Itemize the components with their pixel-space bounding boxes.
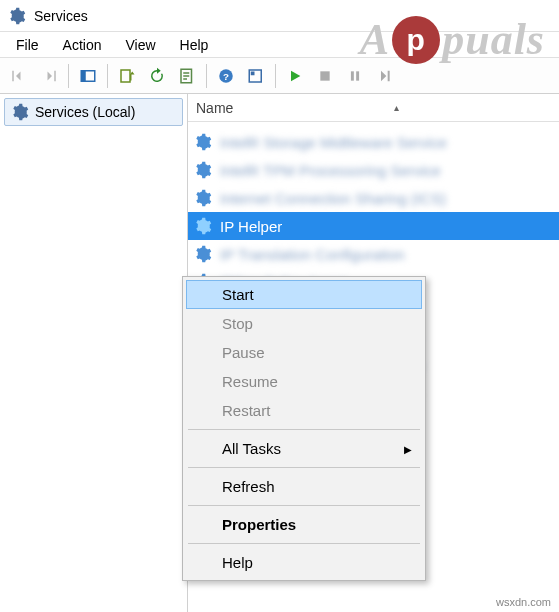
- service-icon: [194, 189, 212, 207]
- menu-help[interactable]: Help: [168, 35, 221, 55]
- list-item[interactable]: IntelR Storage Midtleware Service: [188, 128, 559, 156]
- list-item[interactable]: IntelR TPM Processoring Service: [188, 156, 559, 184]
- context-refresh[interactable]: Refresh: [186, 472, 422, 501]
- toolbar: ?: [0, 58, 559, 94]
- toolbar-separator: [107, 64, 108, 88]
- menu-file[interactable]: File: [4, 35, 51, 55]
- context-resume[interactable]: Resume: [186, 367, 422, 396]
- properties-button[interactable]: [173, 62, 201, 90]
- column-header-name[interactable]: Name ▴: [188, 94, 559, 122]
- svg-rect-3: [81, 70, 86, 81]
- context-pause[interactable]: Pause: [186, 338, 422, 367]
- context-separator: [188, 505, 420, 506]
- context-restart[interactable]: Restart: [186, 396, 422, 425]
- tree-panel: Services (Local): [0, 94, 188, 612]
- service-name: IP Translation Configuration: [220, 246, 405, 263]
- list-item[interactable]: IP Translation Configuration: [188, 240, 559, 268]
- svg-rect-0: [12, 70, 14, 81]
- context-all-tasks-label: All Tasks: [222, 440, 281, 457]
- toolbar-action-button[interactable]: [242, 62, 270, 90]
- service-name: IP Helper: [220, 218, 282, 235]
- source-watermark: wsxdn.com: [496, 596, 551, 608]
- tree-services-local[interactable]: Services (Local): [4, 98, 183, 126]
- back-button[interactable]: [5, 62, 33, 90]
- services-icon: [11, 103, 29, 121]
- title-bar: Services: [0, 0, 559, 32]
- service-name: IntelR Storage Midtleware Service: [220, 134, 447, 151]
- context-stop[interactable]: Stop: [186, 309, 422, 338]
- svg-rect-4: [121, 70, 130, 82]
- service-name: IntelR TPM Processoring Service: [220, 162, 441, 179]
- menu-bar: File Action View Help: [0, 32, 559, 58]
- service-name: Internet Connection Sharing (ICS): [220, 190, 446, 207]
- sort-indicator-icon: ▴: [233, 102, 559, 113]
- service-icon: [194, 133, 212, 151]
- start-service-button[interactable]: [281, 62, 309, 90]
- svg-rect-12: [251, 71, 255, 75]
- toolbar-separator: [275, 64, 276, 88]
- context-start[interactable]: Start: [186, 280, 422, 309]
- service-icon: [194, 245, 212, 263]
- svg-rect-13: [320, 71, 329, 80]
- menu-view[interactable]: View: [113, 35, 167, 55]
- toolbar-separator: [68, 64, 69, 88]
- context-separator: [188, 467, 420, 468]
- service-icon: [194, 161, 212, 179]
- column-label: Name: [196, 100, 233, 116]
- context-separator: [188, 429, 420, 430]
- submenu-arrow-icon: ▶: [404, 443, 412, 454]
- context-help[interactable]: Help: [186, 548, 422, 577]
- context-properties[interactable]: Properties: [186, 510, 422, 539]
- context-separator: [188, 543, 420, 544]
- svg-text:?: ?: [223, 70, 229, 81]
- svg-rect-1: [54, 70, 56, 81]
- stop-service-button[interactable]: [311, 62, 339, 90]
- svg-rect-14: [351, 71, 354, 80]
- show-hide-tree-button[interactable]: [74, 62, 102, 90]
- window-title: Services: [34, 8, 88, 24]
- restart-service-button[interactable]: [371, 62, 399, 90]
- help-button[interactable]: ?: [212, 62, 240, 90]
- context-menu: Start Stop Pause Resume Restart All Task…: [182, 276, 426, 581]
- pause-service-button[interactable]: [341, 62, 369, 90]
- context-all-tasks[interactable]: All Tasks▶: [186, 434, 422, 463]
- list-item[interactable]: Internet Connection Sharing (ICS): [188, 184, 559, 212]
- svg-rect-15: [356, 71, 359, 80]
- list-item-selected[interactable]: IP Helper: [188, 212, 559, 240]
- tree-item-label: Services (Local): [35, 104, 135, 120]
- refresh-button[interactable]: [143, 62, 171, 90]
- export-list-button[interactable]: [113, 62, 141, 90]
- service-icon: [194, 217, 212, 235]
- toolbar-separator: [206, 64, 207, 88]
- menu-action[interactable]: Action: [51, 35, 114, 55]
- forward-button[interactable]: [35, 62, 63, 90]
- services-icon: [8, 7, 26, 25]
